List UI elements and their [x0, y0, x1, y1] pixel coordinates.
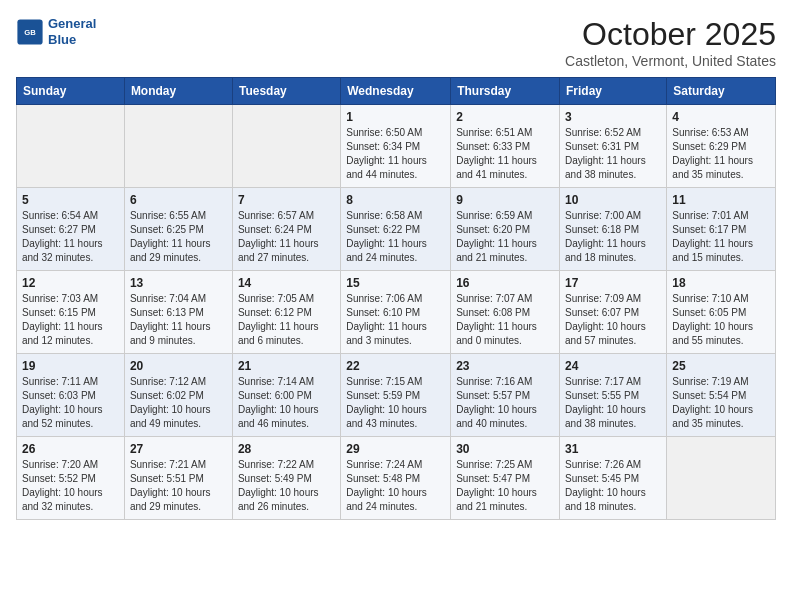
calendar-cell: 1Sunrise: 6:50 AM Sunset: 6:34 PM Daylig…: [341, 105, 451, 188]
day-info: Sunrise: 6:52 AM Sunset: 6:31 PM Dayligh…: [565, 126, 661, 182]
day-info: Sunrise: 6:51 AM Sunset: 6:33 PM Dayligh…: [456, 126, 554, 182]
week-row-3: 12Sunrise: 7:03 AM Sunset: 6:15 PM Dayli…: [17, 271, 776, 354]
day-info: Sunrise: 7:03 AM Sunset: 6:15 PM Dayligh…: [22, 292, 119, 348]
title-block: October 2025 Castleton, Vermont, United …: [565, 16, 776, 69]
calendar-cell: 10Sunrise: 7:00 AM Sunset: 6:18 PM Dayli…: [560, 188, 667, 271]
weekday-header-saturday: Saturday: [667, 78, 776, 105]
day-info: Sunrise: 7:16 AM Sunset: 5:57 PM Dayligh…: [456, 375, 554, 431]
calendar-cell: 14Sunrise: 7:05 AM Sunset: 6:12 PM Dayli…: [232, 271, 340, 354]
page-header: GB General Blue October 2025 Castleton, …: [16, 16, 776, 69]
day-info: Sunrise: 7:26 AM Sunset: 5:45 PM Dayligh…: [565, 458, 661, 514]
calendar-cell: 29Sunrise: 7:24 AM Sunset: 5:48 PM Dayli…: [341, 437, 451, 520]
day-info: Sunrise: 7:11 AM Sunset: 6:03 PM Dayligh…: [22, 375, 119, 431]
calendar-cell: 16Sunrise: 7:07 AM Sunset: 6:08 PM Dayli…: [451, 271, 560, 354]
calendar-cell: 9Sunrise: 6:59 AM Sunset: 6:20 PM Daylig…: [451, 188, 560, 271]
location-title: Castleton, Vermont, United States: [565, 53, 776, 69]
day-number: 27: [130, 442, 227, 456]
day-info: Sunrise: 7:19 AM Sunset: 5:54 PM Dayligh…: [672, 375, 770, 431]
calendar-cell: 4Sunrise: 6:53 AM Sunset: 6:29 PM Daylig…: [667, 105, 776, 188]
calendar-cell: 18Sunrise: 7:10 AM Sunset: 6:05 PM Dayli…: [667, 271, 776, 354]
logo-line2: Blue: [48, 32, 76, 47]
calendar-cell: 23Sunrise: 7:16 AM Sunset: 5:57 PM Dayli…: [451, 354, 560, 437]
day-number: 28: [238, 442, 335, 456]
weekday-header-row: SundayMondayTuesdayWednesdayThursdayFrid…: [17, 78, 776, 105]
day-info: Sunrise: 6:50 AM Sunset: 6:34 PM Dayligh…: [346, 126, 445, 182]
day-number: 23: [456, 359, 554, 373]
day-number: 2: [456, 110, 554, 124]
day-info: Sunrise: 7:06 AM Sunset: 6:10 PM Dayligh…: [346, 292, 445, 348]
day-info: Sunrise: 7:25 AM Sunset: 5:47 PM Dayligh…: [456, 458, 554, 514]
calendar-cell: [124, 105, 232, 188]
logo-text: General Blue: [48, 16, 96, 47]
day-number: 24: [565, 359, 661, 373]
calendar-cell: 21Sunrise: 7:14 AM Sunset: 6:00 PM Dayli…: [232, 354, 340, 437]
calendar-table: SundayMondayTuesdayWednesdayThursdayFrid…: [16, 77, 776, 520]
day-number: 11: [672, 193, 770, 207]
calendar-cell: 24Sunrise: 7:17 AM Sunset: 5:55 PM Dayli…: [560, 354, 667, 437]
calendar-cell: [232, 105, 340, 188]
calendar-cell: 8Sunrise: 6:58 AM Sunset: 6:22 PM Daylig…: [341, 188, 451, 271]
day-info: Sunrise: 7:04 AM Sunset: 6:13 PM Dayligh…: [130, 292, 227, 348]
calendar-cell: 6Sunrise: 6:55 AM Sunset: 6:25 PM Daylig…: [124, 188, 232, 271]
day-number: 1: [346, 110, 445, 124]
calendar-cell: 2Sunrise: 6:51 AM Sunset: 6:33 PM Daylig…: [451, 105, 560, 188]
week-row-5: 26Sunrise: 7:20 AM Sunset: 5:52 PM Dayli…: [17, 437, 776, 520]
day-info: Sunrise: 7:00 AM Sunset: 6:18 PM Dayligh…: [565, 209, 661, 265]
day-number: 22: [346, 359, 445, 373]
day-info: Sunrise: 6:59 AM Sunset: 6:20 PM Dayligh…: [456, 209, 554, 265]
day-number: 30: [456, 442, 554, 456]
day-number: 20: [130, 359, 227, 373]
weekday-header-tuesday: Tuesday: [232, 78, 340, 105]
weekday-header-monday: Monday: [124, 78, 232, 105]
week-row-1: 1Sunrise: 6:50 AM Sunset: 6:34 PM Daylig…: [17, 105, 776, 188]
calendar-cell: [17, 105, 125, 188]
calendar-cell: 20Sunrise: 7:12 AM Sunset: 6:02 PM Dayli…: [124, 354, 232, 437]
day-info: Sunrise: 6:55 AM Sunset: 6:25 PM Dayligh…: [130, 209, 227, 265]
logo-icon: GB: [16, 18, 44, 46]
day-info: Sunrise: 7:05 AM Sunset: 6:12 PM Dayligh…: [238, 292, 335, 348]
calendar-cell: 5Sunrise: 6:54 AM Sunset: 6:27 PM Daylig…: [17, 188, 125, 271]
calendar-cell: 19Sunrise: 7:11 AM Sunset: 6:03 PM Dayli…: [17, 354, 125, 437]
calendar-cell: 15Sunrise: 7:06 AM Sunset: 6:10 PM Dayli…: [341, 271, 451, 354]
day-number: 19: [22, 359, 119, 373]
calendar-cell: 31Sunrise: 7:26 AM Sunset: 5:45 PM Dayli…: [560, 437, 667, 520]
calendar-cell: 12Sunrise: 7:03 AM Sunset: 6:15 PM Dayli…: [17, 271, 125, 354]
day-number: 12: [22, 276, 119, 290]
weekday-header-friday: Friday: [560, 78, 667, 105]
day-info: Sunrise: 6:54 AM Sunset: 6:27 PM Dayligh…: [22, 209, 119, 265]
day-number: 3: [565, 110, 661, 124]
day-info: Sunrise: 7:09 AM Sunset: 6:07 PM Dayligh…: [565, 292, 661, 348]
day-number: 5: [22, 193, 119, 207]
day-number: 25: [672, 359, 770, 373]
day-number: 4: [672, 110, 770, 124]
day-number: 7: [238, 193, 335, 207]
day-number: 21: [238, 359, 335, 373]
logo: GB General Blue: [16, 16, 96, 47]
weekday-header-thursday: Thursday: [451, 78, 560, 105]
month-title: October 2025: [565, 16, 776, 53]
day-number: 17: [565, 276, 661, 290]
day-info: Sunrise: 7:07 AM Sunset: 6:08 PM Dayligh…: [456, 292, 554, 348]
day-info: Sunrise: 7:10 AM Sunset: 6:05 PM Dayligh…: [672, 292, 770, 348]
week-row-2: 5Sunrise: 6:54 AM Sunset: 6:27 PM Daylig…: [17, 188, 776, 271]
calendar-cell: 26Sunrise: 7:20 AM Sunset: 5:52 PM Dayli…: [17, 437, 125, 520]
calendar-cell: 3Sunrise: 6:52 AM Sunset: 6:31 PM Daylig…: [560, 105, 667, 188]
calendar-cell: 25Sunrise: 7:19 AM Sunset: 5:54 PM Dayli…: [667, 354, 776, 437]
day-number: 9: [456, 193, 554, 207]
calendar-cell: 17Sunrise: 7:09 AM Sunset: 6:07 PM Dayli…: [560, 271, 667, 354]
day-info: Sunrise: 7:24 AM Sunset: 5:48 PM Dayligh…: [346, 458, 445, 514]
day-number: 13: [130, 276, 227, 290]
day-number: 18: [672, 276, 770, 290]
day-number: 10: [565, 193, 661, 207]
day-info: Sunrise: 7:12 AM Sunset: 6:02 PM Dayligh…: [130, 375, 227, 431]
day-number: 16: [456, 276, 554, 290]
day-number: 31: [565, 442, 661, 456]
day-info: Sunrise: 7:14 AM Sunset: 6:00 PM Dayligh…: [238, 375, 335, 431]
calendar-cell: 7Sunrise: 6:57 AM Sunset: 6:24 PM Daylig…: [232, 188, 340, 271]
day-info: Sunrise: 6:57 AM Sunset: 6:24 PM Dayligh…: [238, 209, 335, 265]
day-number: 26: [22, 442, 119, 456]
day-number: 15: [346, 276, 445, 290]
calendar-cell: 22Sunrise: 7:15 AM Sunset: 5:59 PM Dayli…: [341, 354, 451, 437]
calendar-cell: 27Sunrise: 7:21 AM Sunset: 5:51 PM Dayli…: [124, 437, 232, 520]
day-info: Sunrise: 7:21 AM Sunset: 5:51 PM Dayligh…: [130, 458, 227, 514]
